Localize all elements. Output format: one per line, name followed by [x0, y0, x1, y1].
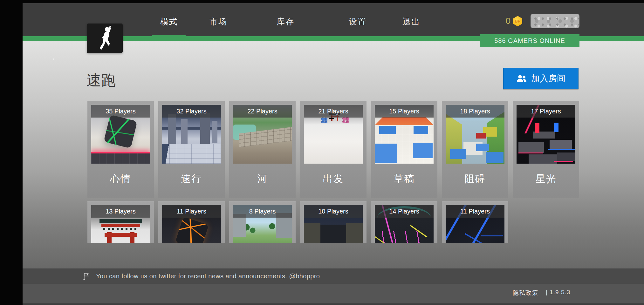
player-count-badge: 11 Players — [446, 205, 504, 218]
player-count-badge: 18 Players — [446, 105, 504, 118]
news-ticker-bar: You can follow us on twitter for recent … — [23, 268, 644, 284]
map-thumbnail: 18 Players — [446, 105, 504, 164]
thumbnail-decor — [104, 115, 138, 149]
page-title: 速跑 — [86, 71, 116, 90]
player-count-badge: 10 Players — [304, 205, 363, 218]
map-card[interactable]: 13 Players — [87, 201, 154, 243]
map-thumbnail: 21 Players — [304, 105, 363, 164]
player-count-badge: 35 Players — [91, 105, 150, 118]
particle-dot — [53, 58, 54, 60]
map-thumbnail: 11 Players — [162, 205, 221, 243]
map-thumbnail: 17 Players — [517, 105, 575, 164]
gamers-online-badge: 586 GAMERS ONLINE — [480, 34, 579, 47]
map-card[interactable]: 11 Players — [442, 201, 508, 243]
map-name: 心情 — [87, 172, 154, 186]
player-count-badge: 13 Players — [91, 205, 150, 218]
news-text: You can follow us on twitter for recent … — [96, 273, 320, 280]
thumbnail-decor — [162, 144, 221, 164]
map-card[interactable]: 18 Players 阻碍 — [442, 101, 508, 198]
map-name: 速行 — [158, 172, 225, 186]
bhop-jumper-icon — [94, 26, 115, 51]
nav-tab-settings[interactable]: 设置 — [349, 16, 367, 27]
map-grid: 35 Players 心情 32 Players 速行 22 Players 河… — [87, 101, 579, 243]
map-name: 河 — [229, 172, 296, 186]
player-count-badge: 21 Players — [304, 105, 363, 118]
game-logo — [87, 24, 123, 53]
map-thumbnail: 14 Players — [375, 205, 434, 243]
map-card[interactable]: 17 Players 星光 — [513, 101, 579, 198]
map-card[interactable]: 22 Players 河 — [229, 101, 296, 198]
map-name: 草稿 — [371, 172, 437, 186]
player-count-badge: 8 Players — [233, 205, 292, 218]
map-card[interactable]: 14 Players — [371, 201, 437, 243]
active-tab-indicator — [152, 35, 186, 41]
map-card[interactable]: 35 Players 心情 — [87, 101, 154, 198]
player-name-plate[interactable] — [531, 14, 579, 28]
nav-tab-modes[interactable]: 模式 — [160, 16, 178, 27]
crosshair-cursor — [329, 116, 334, 121]
join-room-button[interactable]: 加入房间 — [503, 68, 579, 89]
map-card[interactable]: 15 Players 草稿 — [371, 101, 437, 198]
player-count-badge: 15 Players — [375, 105, 434, 118]
flag-icon — [83, 272, 90, 280]
map-card[interactable]: 21 Players 出发 — [300, 101, 367, 198]
map-name: 阻碍 — [442, 172, 508, 186]
player-count-badge: 11 Players — [162, 205, 221, 218]
player-count-badge: 17 Players — [517, 105, 575, 118]
version-label: | 1.9.5.3 — [546, 289, 570, 296]
join-room-people-icon — [516, 74, 527, 83]
map-thumbnail: 32 Players — [162, 105, 221, 164]
nav-tab-inventory[interactable]: 库存 — [277, 16, 294, 27]
map-card[interactable]: 11 Players — [158, 201, 225, 243]
map-card[interactable]: 32 Players 速行 — [158, 101, 225, 198]
player-count-badge: 22 Players — [233, 105, 292, 118]
nav-tab-exit[interactable]: 退出 — [402, 16, 420, 27]
thumbnail-decor — [91, 152, 150, 164]
map-card[interactable]: 8 Players — [229, 201, 296, 243]
map-card[interactable]: 10 Players — [300, 201, 367, 243]
game-lobby-screen: { "theme": { "accent_green": "#3fa05a", … — [0, 0, 644, 305]
map-thumbnail: 13 Players — [91, 205, 150, 243]
map-name: 出发 — [300, 172, 367, 186]
nav-tab-market[interactable]: 市场 — [209, 16, 227, 27]
join-room-label: 加入房间 — [531, 73, 565, 84]
map-thumbnail: 11 Players — [446, 205, 504, 243]
map-thumbnail: 35 Players — [91, 105, 150, 164]
bottom-edge — [23, 303, 644, 305]
bottom-bar: 隐私政策 | 1.9.5.3 — [23, 284, 644, 305]
map-thumbnail: 8 Players — [233, 205, 292, 243]
map-name: 星光 — [513, 172, 579, 186]
map-thumbnail: 15 Players — [375, 105, 434, 164]
player-count-badge: 32 Players — [162, 105, 221, 118]
map-thumbnail: 22 Players — [233, 105, 292, 164]
privacy-policy-link[interactable]: 隐私政策 — [513, 289, 538, 297]
player-count-badge: 14 Players — [375, 205, 434, 218]
bp-balance-value: 0 — [490, 16, 510, 26]
map-thumbnail: 10 Players — [304, 205, 363, 243]
bp-coin-label: BP — [515, 19, 520, 24]
